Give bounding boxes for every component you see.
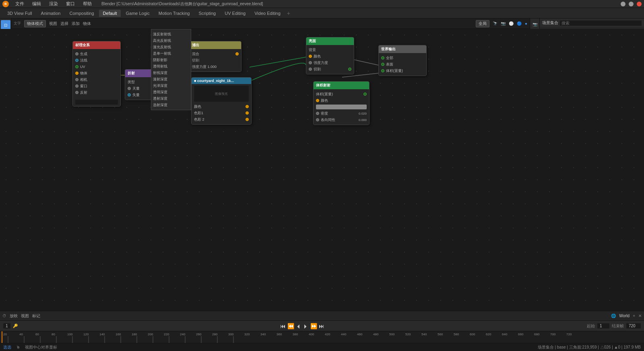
btn-prev-key[interactable]: ⏪: [287, 323, 294, 329]
main-layout: ⊡ ⊕ ✛ ↻ ⤡ ⊞ ✏ 📏 文字 物体模式 视图 选择 添加 物体 全局 🔭…: [0, 18, 644, 351]
btn-jump-end[interactable]: ⏭: [319, 323, 324, 329]
tab-compositing[interactable]: Compositing: [65, 10, 98, 17]
tool-select[interactable]: ⊡: [1, 20, 10, 30]
svg-text:680: 680: [534, 333, 540, 336]
menu-item-transparency[interactable]: 漫射深度: [153, 76, 189, 82]
menu-item-lightpath3[interactable]: 选射深度: [153, 102, 189, 108]
menu-window[interactable]: 窗口: [64, 1, 76, 7]
svg-text:240: 240: [180, 333, 186, 336]
svg-text:640: 640: [502, 333, 508, 336]
tab-gamelogic[interactable]: Game Logic: [122, 10, 153, 17]
menu-item-ao[interactable]: 光泽深度: [153, 82, 189, 89]
svg-text:560: 560: [438, 333, 443, 336]
viewport-menu-view[interactable]: 视图: [49, 21, 57, 27]
node-canvas[interactable]: 材理全系 生成 法线 UV 物体 相机 窗口 反射 折射: [0, 29, 644, 351]
menu-item-diffuse[interactable]: 漫反射射线: [153, 31, 189, 37]
timeline-del-icon[interactable]: ✕: [638, 314, 642, 318]
maximize-button[interactable]: [629, 2, 634, 6]
viewport-menu-add[interactable]: 添加: [72, 21, 80, 27]
btn-prev-frame[interactable]: ⏴: [296, 323, 301, 329]
node-row-object: 物体: [75, 70, 118, 76]
blender-logo-icon[interactable]: B: [2, 1, 9, 7]
menu-render[interactable]: 渲染: [47, 1, 60, 7]
menu-help[interactable]: 帮助: [81, 1, 93, 7]
viewport-icon-orbit[interactable]: 🔭: [493, 21, 497, 26]
tab-uvediting[interactable]: UV Editing: [221, 10, 250, 17]
tab-scripting[interactable]: Scripting: [194, 10, 220, 17]
node-material-full-body: 生成 法线 UV 物体 相机 窗口 反射: [73, 49, 120, 106]
svg-text:520: 520: [405, 333, 411, 336]
tab-default[interactable]: Default: [99, 10, 121, 17]
status-right: 场景集合 | base | 三角面:219,959 | △026 | ▲0 | …: [538, 345, 641, 350]
menu-item-transparent[interactable]: 阴影射影: [153, 57, 189, 63]
viewport-shading-material[interactable]: 🔵: [517, 21, 522, 26]
timeline-menu-playback[interactable]: 放映: [10, 313, 18, 319]
node-row-bg-cut: 切割: [309, 66, 351, 72]
menu-item-lightpath[interactable]: 透明深度: [153, 89, 189, 95]
node-mix-body: 混合 切割 强度力度 1.000: [190, 49, 241, 72]
node-row-vs-color: 颜色: [316, 97, 367, 104]
viewport-menu-select[interactable]: 选择: [60, 21, 68, 27]
node-world-output[interactable]: 世界输出 全部 表面 体积(置量): [378, 45, 427, 76]
tab-animation[interactable]: Animation: [37, 10, 65, 17]
tab-3dviewfull[interactable]: 3D View Full: [3, 10, 36, 17]
node-row-vs-aniso: 各向同性0.000: [316, 117, 367, 123]
tab-videoediting[interactable]: Video Editing: [250, 10, 285, 17]
node-world-output-body: 全部 表面 体积(置量): [379, 53, 426, 76]
minimize-button[interactable]: [621, 2, 625, 6]
node-background[interactable]: 亮面 背景 颜色 强度力度 切割: [306, 37, 354, 74]
btn-next-frame[interactable]: ⏩: [310, 323, 317, 329]
btn-play[interactable]: ⏵: [303, 323, 309, 329]
menu-edit[interactable]: 编辑: [31, 1, 43, 7]
viewport-overlay-label: 文字: [14, 21, 21, 26]
tab-motiontracking[interactable]: Motion Tracking: [155, 10, 194, 17]
viewport-shading-rendered[interactable]: ●: [525, 21, 527, 26]
timeline-end-value[interactable]: 720: [626, 323, 641, 328]
view-global-selector[interactable]: 全局: [476, 20, 489, 27]
context-menu[interactable]: 漫反射射线 高光反射线 漫光反射线 是单一射线 阴影射影 透明射线 射线深度 漫…: [151, 29, 191, 110]
node-mix[interactable]: 浦出 混合 切割 强度力度 1.000: [189, 41, 242, 72]
socket-vs-color: [316, 99, 319, 102]
timeline-menu-view[interactable]: 视图: [21, 313, 29, 319]
menu-item-depth[interactable]: 射线深度: [153, 70, 189, 76]
svg-text:720: 720: [566, 333, 572, 336]
timeline-end-label: 结束帧: [612, 323, 624, 329]
mode-selector[interactable]: 物体模式: [24, 20, 46, 27]
node-material-full[interactable]: 材理全系 生成 法线 UV 物体 相机 窗口 反射: [72, 41, 121, 107]
close-button[interactable]: [637, 2, 642, 6]
socket-normal: [75, 59, 78, 62]
timeline-add-icon[interactable]: +: [633, 314, 635, 318]
svg-text:220: 220: [164, 333, 169, 336]
menu-file[interactable]: 文件: [14, 1, 26, 7]
props-icon-render[interactable]: 📷: [531, 20, 539, 28]
menu-item-refraction[interactable]: 漫光反射线: [153, 44, 189, 50]
timeline-world-icon: 🌐: [611, 314, 616, 318]
node-volume-scatter[interactable]: 体积射射 体积(置量) 颜色 密度0.020 各向同性0.000: [313, 81, 369, 125]
outliner-search[interactable]: [560, 21, 642, 26]
node-color-bar[interactable]: [316, 105, 367, 109]
node-env-tex[interactable]: ■ courtyard_night_1k... 图像预览 颜色 色彩1 色彩 2: [191, 77, 252, 125]
current-frame-display[interactable]: 1: [3, 323, 10, 328]
menu-item-translucent[interactable]: 是单一射线: [153, 50, 189, 57]
viewport-menu-object[interactable]: 物体: [83, 21, 91, 27]
menu-item-specular[interactable]: 高光反射线: [153, 37, 189, 44]
menu-item-shadow[interactable]: 透明射线: [153, 63, 189, 70]
viewport-shading-solid[interactable]: ⚪: [509, 21, 514, 26]
node-row-camera: 相机: [75, 76, 118, 83]
window-controls: [621, 2, 642, 6]
btn-jump-start[interactable]: ⏮: [280, 323, 286, 329]
svg-text:420: 420: [325, 333, 330, 336]
socket-wo-surface: [381, 63, 384, 66]
socket-amount: [128, 87, 131, 90]
status-bar: 选选 🖱 视图中心对界显标 场景集合 | base | 三角面:219,959 …: [0, 343, 644, 351]
svg-text:100: 100: [67, 333, 73, 336]
timeline-menu-marker[interactable]: 标记: [32, 313, 40, 319]
add-workspace-button[interactable]: +: [285, 10, 292, 16]
socket-vs-aniso: [316, 118, 319, 121]
menu-item-lightpath2[interactable]: 透射深度: [153, 95, 189, 102]
status-center: 视图中心对界显标: [25, 345, 57, 350]
svg-text:280: 280: [212, 333, 218, 336]
timeline-start-value[interactable]: 1: [597, 323, 609, 328]
timeline-ruler[interactable]: 20 40 60 80 100 120 140 160 180 200 220 …: [0, 331, 644, 343]
viewport-icon-camera[interactable]: 📷: [501, 21, 506, 26]
